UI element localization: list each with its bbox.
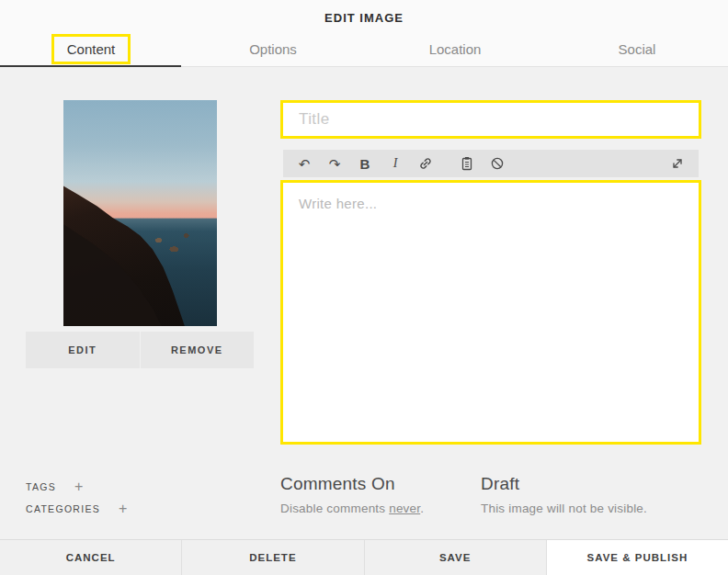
add-category-icon[interactable]: + — [119, 502, 127, 516]
tab-location[interactable]: Location — [364, 30, 546, 67]
remove-button[interactable]: REMOVE — [141, 332, 255, 368]
tab-content-label: Content — [67, 41, 116, 57]
image-thumbnail — [63, 100, 217, 326]
comments-never-link[interactable]: never — [389, 502, 420, 515]
footer-action-bar: CANCEL DELETE SAVE SAVE & PUBLISH — [0, 539, 728, 575]
expand-icon[interactable] — [667, 153, 688, 174]
title-input[interactable] — [283, 103, 699, 136]
bold-icon[interactable]: B — [355, 153, 375, 174]
comments-subtext: Disable comments never. — [280, 502, 424, 515]
add-tag-icon[interactable]: + — [74, 479, 83, 494]
comments-text-prefix: Disable comments — [280, 502, 389, 515]
categories-label: CATEGORIES — [26, 503, 100, 514]
link-icon[interactable] — [415, 153, 436, 174]
no-style-icon[interactable] — [487, 153, 507, 174]
active-tab-underline — [0, 65, 181, 67]
dialog-header: EDIT IMAGE Content Options Location Soci… — [0, 0, 728, 67]
tab-options-label: Options — [249, 41, 297, 57]
body-field-highlight — [280, 180, 701, 445]
delete-button[interactable]: DELETE — [181, 540, 363, 575]
title-field-highlight — [280, 100, 701, 139]
dialog-title: EDIT IMAGE — [0, 11, 728, 25]
edit-button[interactable]: EDIT — [26, 332, 140, 368]
clipboard-icon[interactable] — [457, 153, 477, 174]
comments-heading: Comments On — [280, 474, 424, 494]
tutorial-highlight-box: Content — [51, 34, 131, 64]
body-textarea[interactable] — [283, 183, 699, 442]
tab-bar: Content Options Location Social — [0, 30, 728, 67]
save-and-publish-button[interactable]: SAVE & PUBLISH — [546, 540, 728, 575]
cancel-button[interactable]: CANCEL — [0, 540, 181, 575]
draft-status-block: Draft This image will not be visible. — [481, 474, 647, 515]
redo-icon[interactable]: ↷ — [324, 153, 345, 174]
tab-social[interactable]: Social — [546, 30, 728, 67]
draft-heading: Draft — [481, 474, 647, 494]
tab-options[interactable]: Options — [182, 30, 364, 67]
tab-content[interactable]: Content — [0, 30, 182, 67]
comments-block: Comments On Disable comments never. — [280, 474, 424, 515]
italic-icon[interactable]: I — [385, 153, 405, 174]
comments-text-suffix: . — [420, 502, 424, 515]
thumbnail-actions: EDIT REMOVE — [26, 332, 254, 368]
draft-description: This image will not be visible. — [481, 502, 647, 515]
save-button[interactable]: SAVE — [364, 540, 546, 575]
tab-location-label: Location — [429, 41, 482, 57]
categories-row: CATEGORIES + — [26, 502, 127, 516]
tab-social-label: Social — [619, 41, 656, 57]
text-format-toolbar: ↶ ↷ B I — [283, 150, 699, 177]
edit-image-dialog: EDIT IMAGE Content Options Location Soci… — [0, 0, 728, 575]
tags-row: TAGS + — [26, 479, 83, 494]
undo-icon[interactable]: ↶ — [294, 153, 314, 174]
tags-label: TAGS — [26, 481, 56, 492]
